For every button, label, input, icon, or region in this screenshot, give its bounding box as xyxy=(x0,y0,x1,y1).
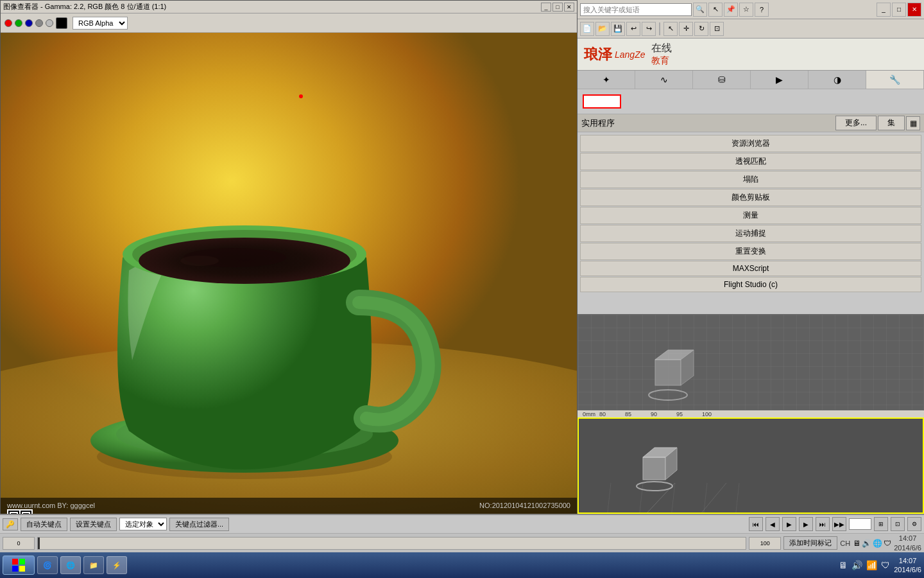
logo-edu: 教育 xyxy=(651,55,669,67)
cmd-utilities[interactable]: 🔧 xyxy=(866,71,924,89)
menu-item-3[interactable]: 颜色剪贴板 xyxy=(580,189,921,206)
play-goto-start[interactable]: ⏮ xyxy=(749,517,763,531)
utility-menu-items: 资源浏览器 透视匹配 塌陷 颜色剪贴板 测量 运动捕捉 重置变换 MAXScri… xyxy=(578,132,924,295)
win-close-btn[interactable]: ✕ xyxy=(907,3,921,17)
tray-1: 🖥 xyxy=(839,560,848,570)
timeline-track[interactable] xyxy=(37,537,746,550)
timeline-bottom-row: 0 100 添加时间标记 CH 🖥 🔊 🌐 🛡 14:07 xyxy=(0,534,924,552)
logo-group: 琅泽 LangZe xyxy=(584,45,645,64)
cmd-hierarchy[interactable]: ⛁ xyxy=(693,71,751,89)
toolbar-question-btn[interactable]: ? xyxy=(755,3,769,17)
more-btn[interactable]: 更多... xyxy=(835,116,877,130)
add-marker-btn[interactable]: 添加时间标记 xyxy=(783,536,837,550)
viewport-grid-svg xyxy=(578,315,923,410)
dot-gray1[interactable] xyxy=(35,19,43,27)
play-prev-frame[interactable]: ◀ xyxy=(766,517,780,531)
status-indicators: CH 🖥 🔊 🌐 🛡 14:07 2014/6/6 xyxy=(840,534,921,552)
channel-select[interactable]: RGB Alpha RGB Red Green Blue Alpha xyxy=(73,17,128,30)
toolbar-cursor-btn[interactable]: ↖ xyxy=(708,3,723,17)
start-button[interactable] xyxy=(3,556,35,575)
menu-item-6[interactable]: 重置变换 xyxy=(580,243,921,260)
tb-scale[interactable]: ⊡ xyxy=(710,22,724,36)
set-key-btn[interactable]: 设置关键点 xyxy=(70,518,117,531)
main-container: 图像查看器 - Gamma: 2.2, RGB 颜色 8 位/通道 (1:1) … xyxy=(0,0,924,578)
tb-open[interactable]: 📂 xyxy=(595,22,610,36)
tb-redo[interactable]: ↪ xyxy=(642,22,656,36)
taskbar-app-ie[interactable]: 🌐 xyxy=(60,556,81,574)
dot-gray2[interactable] xyxy=(46,19,53,27)
color-swatch[interactable] xyxy=(583,94,621,109)
tb-select[interactable]: ↖ xyxy=(663,22,678,36)
taskbar-app-explorer[interactable]: 📁 xyxy=(83,556,104,574)
svg-rect-24 xyxy=(655,360,681,385)
svg-rect-48 xyxy=(12,566,18,572)
coffee-scene: www.uurnt.com BY: ggggcel NO:20120104121… xyxy=(1,33,577,514)
play-play[interactable]: ▶ xyxy=(782,517,796,531)
search-input[interactable] xyxy=(580,3,692,16)
auto-key-btn[interactable]: 自动关键点 xyxy=(21,518,67,531)
menu-item-7[interactable]: MAXScript xyxy=(580,261,921,276)
toolbar-pin-btn[interactable]: 📌 xyxy=(724,3,738,17)
tb-move[interactable]: ✛ xyxy=(679,22,693,36)
taskbar-app-3dsmax[interactable]: ⚡ xyxy=(107,556,127,574)
taskbar-app-icon-2: 🌐 xyxy=(66,561,75,570)
viewport-top xyxy=(578,314,924,410)
play-extra1[interactable]: ⊞ xyxy=(874,517,888,531)
play-extra2[interactable]: ⊡ xyxy=(891,517,905,531)
dot-red[interactable] xyxy=(4,19,12,27)
menu-item-8[interactable]: Flight Studio (c) xyxy=(580,277,921,292)
tb-rotate[interactable]: ↻ xyxy=(694,22,708,36)
taskbar-app-icon-1: 🌀 xyxy=(43,561,52,570)
win-minimize-btn[interactable]: _ xyxy=(877,3,891,17)
filter-select[interactable]: 选定对象 xyxy=(119,518,167,530)
top-area: 图像查看器 - Gamma: 2.2, RGB 颜色 8 位/通道 (1:1) … xyxy=(0,0,924,514)
dot-green[interactable] xyxy=(15,19,22,27)
play-goto-end[interactable]: ⏭ xyxy=(816,517,830,531)
menu-item-0[interactable]: 资源浏览器 xyxy=(580,135,921,152)
timeline-slider-right[interactable]: 100 xyxy=(749,537,781,550)
tb-new[interactable]: 📄 xyxy=(580,22,594,36)
play-fast-fwd[interactable]: ▶▶ xyxy=(832,517,846,531)
taskbar-app-stype[interactable]: 🌀 xyxy=(37,556,58,574)
maximize-btn[interactable]: □ xyxy=(552,3,563,12)
util-icon-btn[interactable]: ▦ xyxy=(906,116,920,130)
toolbar-star-btn[interactable]: ☆ xyxy=(739,3,753,17)
cmd-motion[interactable]: ▶ xyxy=(751,71,809,89)
frame-100: 100 xyxy=(760,540,770,547)
cmd-create[interactable]: ✦ xyxy=(578,71,635,89)
color-search-row xyxy=(578,89,924,114)
play-extra3[interactable]: ⚙ xyxy=(907,517,921,531)
sets-btn[interactable]: 集 xyxy=(878,116,905,130)
taskbar-date: 2014/6/6 xyxy=(894,565,921,574)
cmd-modify[interactable]: ∿ xyxy=(635,71,693,89)
toolbar-search-btn[interactable]: 🔍 xyxy=(693,3,707,17)
tb-undo[interactable]: ↩ xyxy=(626,22,640,36)
svg-rect-15 xyxy=(23,513,29,514)
menu-item-1[interactable]: 透视匹配 xyxy=(580,153,921,170)
taskbar-app-icon-4: ⚡ xyxy=(112,561,121,570)
tb-save[interactable]: 💾 xyxy=(611,22,625,36)
menu-item-2[interactable]: 塌陷 xyxy=(580,171,921,188)
timeline-slider-left[interactable]: 0 xyxy=(3,537,35,550)
sys-tray-icons: 🖥 🔊 🌐 🛡 xyxy=(853,539,891,548)
dot-blue[interactable] xyxy=(25,19,33,27)
ruler-100: 100 xyxy=(702,411,712,417)
win-maximize-btn[interactable]: □ xyxy=(892,3,906,17)
dot-black[interactable] xyxy=(56,17,67,29)
image-viewer-toolbar: RGB Alpha RGB Red Green Blue Alpha xyxy=(1,13,577,33)
menu-item-4[interactable]: 测量 xyxy=(580,207,921,224)
utility-title: 实用程序 xyxy=(581,118,615,129)
tray-4: 🛡 xyxy=(881,560,890,570)
frame-input[interactable]: 0 xyxy=(849,518,871,530)
close-btn[interactable]: ✕ xyxy=(564,3,574,12)
key-filter-btn[interactable]: 关键点过滤器... xyxy=(169,518,229,531)
utility-bar: 实用程序 更多... 集 ▦ xyxy=(578,114,924,132)
clock: 14:07 2014/6/6 xyxy=(894,534,921,552)
play-next-frame[interactable]: ▶ xyxy=(799,517,813,531)
menu-item-5[interactable]: 运动捕捉 xyxy=(580,225,921,242)
watermark-line: www.uurnt.com BY: ggggcel NO:20120104121… xyxy=(7,502,570,509)
svg-rect-23 xyxy=(578,315,923,410)
cmd-display[interactable]: ◑ xyxy=(809,71,866,89)
key-icon: 🔑 xyxy=(3,518,18,530)
minimize-btn[interactable]: _ xyxy=(541,3,551,12)
